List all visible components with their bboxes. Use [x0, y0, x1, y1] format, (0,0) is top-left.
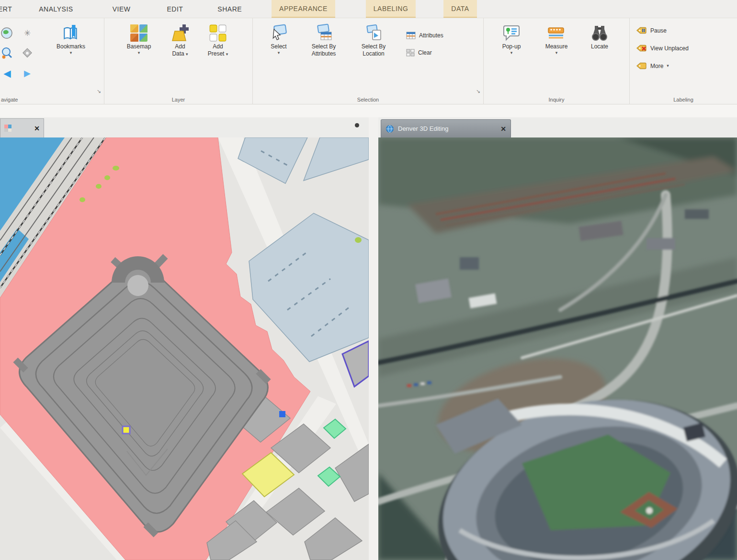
map-thumbnail-icon — [4, 125, 11, 132]
selection-group-label: Selection — [253, 97, 483, 103]
attributes-button[interactable]: Attributes — [406, 29, 443, 42]
ribbon-group-labeling: Pause View Unplaced — [630, 18, 737, 104]
ribbon-group-inquiry: Pop-up ▾ Measure ▾ — [484, 18, 630, 104]
pane-divider[interactable] — [369, 117, 378, 560]
explore-globe-icon[interactable] — [0, 23, 17, 43]
select-by-location-icon — [364, 23, 383, 43]
select-by-location-button[interactable]: Select By Location — [350, 18, 397, 104]
popup-label: Pop-up — [502, 43, 521, 50]
tab-edit[interactable]: EDIT — [159, 0, 191, 18]
left-view-tab-partial[interactable]: ✕ — [0, 118, 44, 137]
bookmarks-icon — [62, 23, 80, 43]
more-label: More — [650, 63, 663, 69]
pause-label: Pause — [650, 27, 667, 34]
view-unplaced-button[interactable]: View Unplaced — [636, 42, 737, 55]
more-label-tag-icon — [636, 61, 647, 70]
select-by-attributes-icon — [314, 23, 333, 43]
point-blue[interactable] — [279, 411, 285, 417]
select-icon — [269, 23, 288, 43]
map-canvas-2d[interactable] — [0, 137, 369, 560]
ribbon-group-layer: Basemap ▾ Add Data ▾ Add — [104, 18, 253, 104]
locate-label: Locate — [591, 43, 608, 50]
clear-button[interactable]: Clear — [406, 46, 443, 59]
select-by-attributes-label-2: Attributes — [312, 50, 336, 57]
inquiry-group-label: Inquiry — [484, 97, 629, 103]
bookmarks-label: Bookmarks — [57, 43, 85, 50]
add-data-label-1: Add — [175, 43, 185, 50]
locate-button[interactable]: Locate — [581, 18, 618, 104]
clear-label: Clear — [418, 49, 432, 56]
pane-menu-dot-icon[interactable] — [355, 123, 359, 127]
scene-pane-3d: Denver 3D Editing ✕ — [378, 117, 737, 560]
close-icon[interactable]: ✕ — [500, 125, 506, 133]
attributes-icon — [406, 32, 416, 39]
measure-button[interactable]: Measure ▾ — [534, 18, 578, 104]
navigate-dialog-launcher-icon[interactable]: ↘ — [97, 88, 101, 94]
previous-tool-icon[interactable] — [17, 43, 37, 63]
fixed-zoom-icon[interactable]: ✳ — [17, 23, 37, 43]
dropdown-caret-icon: ▾ — [556, 50, 558, 56]
measure-icon — [547, 23, 566, 43]
select-label: Select — [271, 43, 286, 50]
add-data-button[interactable]: Add Data ▾ — [163, 18, 197, 104]
add-preset-label-2: Preset — [208, 50, 225, 57]
dropdown-caret-icon: ▾ — [70, 50, 72, 56]
navigate-group-label: avigate — [0, 97, 104, 103]
select-by-location-label-1: Select By — [362, 43, 386, 50]
tab-view[interactable]: VIEW — [105, 0, 138, 18]
ribbon-spacer — [0, 104, 737, 117]
tab-data[interactable]: DATA — [443, 0, 476, 18]
pause-label-tag-icon — [636, 26, 647, 35]
labeling-group-label: Labeling — [630, 97, 737, 103]
select-button[interactable]: Select ▾ — [260, 18, 298, 104]
zoom-selection-icon[interactable] — [0, 43, 17, 63]
add-preset-label-1: Add — [213, 43, 223, 50]
select-by-location-label-2: Location — [363, 50, 384, 57]
tab-appearance[interactable]: APPEARANCE — [272, 0, 335, 18]
selection-dialog-launcher-icon[interactable]: ↘ — [476, 88, 480, 94]
pause-button[interactable]: Pause — [636, 24, 737, 37]
map-pane-2d: ✕ — [0, 117, 369, 560]
next-extent-icon[interactable]: ▶ — [17, 63, 37, 83]
ribbon: ✳ ◀ ▶ — [0, 18, 737, 104]
basemap-button[interactable]: Basemap ▾ — [117, 18, 161, 104]
popup-button[interactable]: Pop-up ▾ — [491, 18, 532, 104]
dropdown-caret-icon: ▾ — [278, 50, 280, 56]
ribbon-group-selection: Select ▾ Select By Attributes — [253, 18, 484, 104]
more-button[interactable]: More ▾ — [636, 59, 737, 72]
dropdown-caret-icon: ▾ — [138, 50, 140, 56]
dropdown-caret-icon: ▾ — [510, 50, 513, 56]
layer-group-label: Layer — [104, 97, 252, 103]
bookmarks-button[interactable]: Bookmarks ▾ — [48, 18, 94, 56]
ribbon-group-navigate: ✳ ◀ ▶ — [0, 18, 104, 104]
view-unplaced-label: View Unplaced — [650, 45, 689, 52]
tab-analysis[interactable]: ANALYSIS — [31, 0, 80, 18]
ribbon-tab-bar: ERT ANALYSIS VIEW EDIT SHARE APPEARANCE … — [0, 0, 737, 18]
selected-point-yellow[interactable] — [123, 426, 130, 434]
add-data-label-2: Data — [172, 50, 184, 57]
scene-view-tab-label: Denver 3D Editing — [398, 125, 449, 132]
add-preset-icon — [209, 23, 227, 43]
clear-selection-icon — [406, 49, 415, 57]
tab-labeling[interactable]: LABELING — [366, 0, 416, 18]
tab-share[interactable]: SHARE — [210, 0, 249, 18]
attributes-label: Attributes — [419, 32, 443, 39]
unplaced-label-tag-icon — [636, 44, 647, 53]
select-by-attributes-label-1: Select By — [312, 43, 336, 50]
previous-extent-icon[interactable]: ◀ — [0, 63, 17, 83]
scene-canvas-3d[interactable] — [378, 137, 737, 560]
dropdown-caret-icon: ▾ — [226, 52, 228, 57]
left-view-tab-bar: ✕ — [0, 117, 369, 137]
scene-view-tab[interactable]: Denver 3D Editing ✕ — [381, 119, 511, 137]
popup-icon — [502, 23, 521, 43]
basemap-icon — [130, 23, 148, 43]
select-by-attributes-button[interactable]: Select By Attributes — [300, 18, 348, 104]
dropdown-caret-icon: ▾ — [667, 63, 669, 69]
scene-globe-icon — [386, 125, 394, 133]
close-icon[interactable]: ✕ — [34, 125, 40, 132]
add-preset-button[interactable]: Add Preset ▾ — [199, 18, 237, 104]
add-data-icon — [170, 23, 190, 43]
right-view-tab-bar: Denver 3D Editing ✕ — [378, 117, 737, 137]
measure-label: Measure — [545, 43, 568, 50]
tab-insert-partial[interactable]: ERT — [0, 0, 17, 18]
